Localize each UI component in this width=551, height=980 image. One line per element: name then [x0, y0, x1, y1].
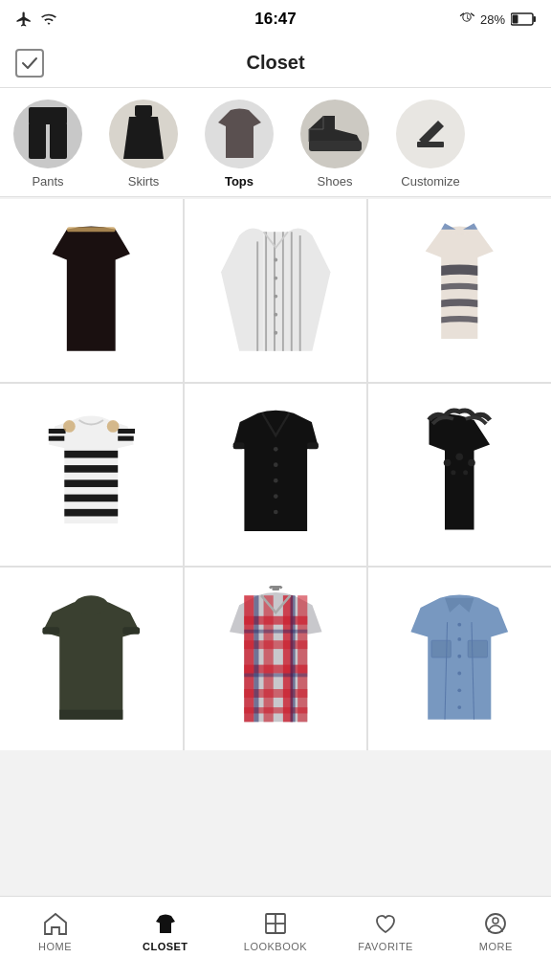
svg-point-20: [274, 295, 277, 299]
svg-rect-27: [64, 509, 118, 517]
svg-point-22: [274, 331, 277, 335]
svg-rect-1: [534, 16, 537, 22]
svg-rect-3: [29, 107, 67, 124]
svg-rect-59: [253, 596, 258, 723]
grid-item-1[interactable]: [0, 199, 183, 382]
grid-item-6[interactable]: [368, 384, 551, 567]
grid-item-7[interactable]: [0, 568, 183, 750]
category-shoes[interactable]: Shoes: [287, 100, 383, 189]
status-right: 28%: [459, 11, 536, 27]
svg-point-71: [458, 706, 462, 710]
category-row: Pants Skirts Tops Shoes: [0, 88, 551, 197]
svg-rect-63: [272, 586, 279, 590]
svg-point-67: [458, 637, 462, 641]
category-shoes-image: [300, 100, 369, 168]
favorite-icon: [372, 910, 399, 937]
svg-point-45: [463, 470, 468, 475]
svg-rect-61: [244, 630, 307, 634]
svg-point-33: [107, 420, 120, 433]
category-pants-label: Pants: [32, 174, 63, 189]
svg-rect-55: [244, 641, 307, 650]
svg-point-66: [458, 623, 462, 627]
svg-point-42: [456, 453, 464, 460]
svg-rect-6: [135, 105, 152, 117]
svg-rect-23: [64, 451, 118, 458]
svg-rect-39: [232, 442, 244, 449]
category-tops-label: Tops: [225, 174, 253, 189]
alarm-icon: [459, 11, 474, 27]
svg-marker-7: [123, 117, 164, 159]
svg-rect-8: [309, 141, 362, 151]
page-title: Closet: [246, 52, 304, 74]
wifi-icon: [40, 11, 57, 28]
grid-item-5[interactable]: [185, 384, 367, 567]
svg-rect-5: [50, 122, 67, 159]
nav-item-favorite[interactable]: FAVORITE: [347, 910, 424, 952]
svg-rect-57: [244, 689, 307, 698]
category-tops-image: [205, 100, 274, 168]
svg-point-44: [452, 470, 456, 475]
grid-item-2[interactable]: [185, 199, 367, 382]
grid-item-4[interactable]: [0, 384, 183, 567]
svg-rect-56: [244, 665, 307, 674]
category-customize[interactable]: Customize: [383, 100, 478, 189]
header-check-button[interactable]: [15, 49, 44, 78]
svg-rect-62: [244, 674, 307, 678]
clothing-grid: [0, 199, 551, 750]
bottom-nav: HOME CLOSET LOOKBOOK FAVORITE: [0, 896, 551, 980]
status-bar: 16:47 28%: [0, 0, 551, 38]
category-tops[interactable]: Tops: [191, 100, 287, 189]
nav-label-lookbook: LOOKBOOK: [244, 941, 307, 952]
grid-item-9[interactable]: [368, 568, 551, 750]
svg-rect-2: [513, 15, 518, 24]
category-pants[interactable]: Pants: [0, 100, 96, 189]
more-icon: [482, 910, 509, 937]
svg-rect-50: [244, 596, 253, 723]
svg-rect-48: [42, 628, 59, 635]
grid-item-3[interactable]: [368, 199, 551, 382]
nav-item-lookbook[interactable]: LOOKBOOK: [237, 910, 314, 952]
svg-rect-24: [64, 465, 118, 473]
grid-item-8[interactable]: [185, 568, 367, 750]
svg-point-43: [469, 458, 476, 466]
category-skirts-label: Skirts: [128, 174, 160, 189]
svg-point-69: [458, 672, 462, 676]
nav-item-home[interactable]: HOME: [17, 910, 94, 952]
airplane-icon: [15, 11, 33, 28]
svg-rect-64: [431, 641, 451, 658]
svg-rect-10: [67, 227, 116, 232]
category-skirts[interactable]: Skirts: [96, 100, 191, 189]
category-customize-image: [396, 100, 465, 168]
svg-point-70: [458, 689, 462, 693]
battery-percent: 28%: [480, 12, 505, 27]
svg-rect-53: [298, 596, 307, 723]
svg-point-68: [458, 655, 462, 658]
category-pants-image: [13, 100, 82, 168]
svg-rect-51: [263, 596, 273, 723]
nav-label-favorite: FAVORITE: [358, 941, 413, 952]
battery-icon: [511, 12, 536, 26]
svg-rect-54: [244, 616, 307, 625]
nav-label-closet: CLOSET: [143, 941, 188, 952]
svg-rect-31: [118, 435, 134, 440]
svg-point-18: [274, 258, 277, 262]
svg-rect-29: [49, 435, 65, 440]
svg-rect-58: [244, 708, 307, 714]
svg-point-46: [75, 596, 109, 615]
home-icon: [42, 910, 69, 937]
svg-point-37: [274, 494, 278, 499]
nav-item-closet[interactable]: CLOSET: [127, 910, 204, 952]
svg-rect-26: [64, 494, 118, 501]
nav-item-more[interactable]: MORE: [457, 910, 534, 952]
svg-rect-30: [118, 429, 135, 434]
svg-rect-40: [307, 442, 319, 449]
svg-point-34: [274, 447, 278, 452]
closet-icon: [152, 910, 179, 937]
svg-rect-49: [122, 628, 140, 635]
svg-rect-65: [469, 641, 488, 658]
svg-point-36: [274, 479, 278, 483]
svg-point-19: [274, 277, 277, 280]
svg-point-41: [444, 458, 452, 466]
nav-label-more: MORE: [479, 941, 513, 952]
svg-rect-60: [290, 596, 295, 723]
